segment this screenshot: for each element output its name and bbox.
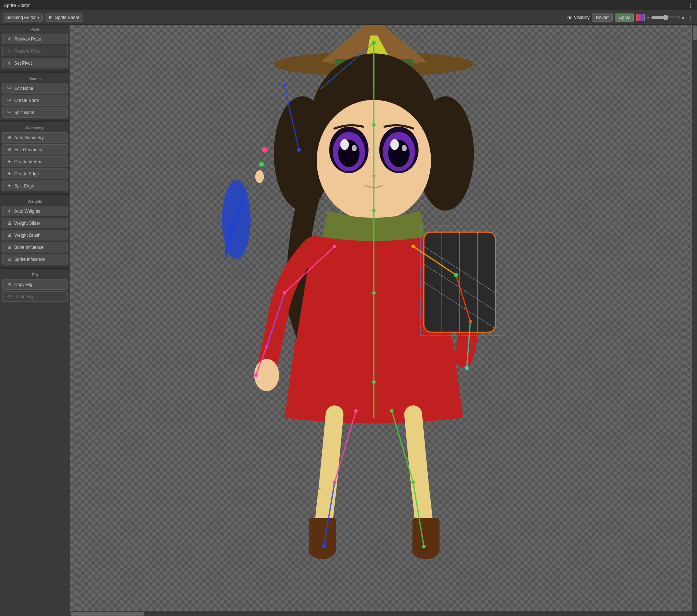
slider-max-icon: ● — [682, 15, 685, 20]
edit-bone-button[interactable]: ✂ Edit Bone — [2, 83, 68, 94]
window-title: Sprite Editor — [4, 3, 30, 8]
create-bone-button[interactable]: ✂ Create Bone — [2, 95, 68, 106]
svg-point-47 — [372, 380, 376, 384]
create-vertex-button[interactable]: ✦ Create Vertex — [2, 156, 68, 167]
svg-point-75 — [283, 84, 286, 87]
set-pivot-icon: ✳ — [6, 60, 12, 66]
create-vertex-label: Create Vertex — [14, 159, 41, 164]
auto-weights-label: Auto Weights — [14, 209, 40, 214]
create-edge-button[interactable]: ✦ Create Edge — [2, 168, 68, 179]
svg-point-44 — [372, 123, 376, 127]
edit-geometry-button[interactable]: ✳ Edit Geometry — [2, 144, 68, 155]
sidebar: Pose ✳ Preview Pose ✳ Restore Pose ✳ Set… — [0, 25, 70, 616]
revert-button[interactable]: Revert — [592, 14, 613, 22]
bone-influence-label: Bone Influence — [14, 245, 43, 250]
edit-geometry-label: Edit Geometry — [14, 147, 42, 152]
visibility-container: Visibility — [567, 15, 590, 20]
canvas-area[interactable] — [70, 25, 697, 616]
slider-container: ● ● — [647, 15, 685, 20]
skinning-editor-dropdown[interactable]: Skinning Editor — [3, 14, 43, 22]
more-icon[interactable]: ⋮ — [687, 15, 694, 20]
auto-geometry-button[interactable]: ✳ Auto Geometry — [2, 132, 68, 143]
restore-pose-label: Restore Pose — [14, 49, 41, 54]
eye-icon — [567, 15, 572, 20]
split-edge-button[interactable]: ✦ Split Edge — [2, 180, 68, 191]
opacity-slider[interactable] — [651, 15, 680, 20]
svg-point-71 — [422, 545, 426, 548]
set-pivot-button[interactable]: ✳ Set Pivot — [2, 58, 68, 68]
edit-geometry-icon: ✳ — [6, 147, 12, 152]
copy-rig-button[interactable]: ⊟ Copy Rig — [2, 279, 68, 290]
svg-point-53 — [265, 345, 268, 348]
sprite-sheet-icon — [49, 15, 54, 20]
paste-rig-button[interactable]: ⊟ Paste Rig — [2, 291, 68, 302]
svg-point-69 — [390, 409, 393, 412]
svg-rect-37 — [412, 518, 439, 554]
sprite-influence-icon: ⊟ — [6, 256, 12, 262]
scrollbar-thumb-vertical[interactable] — [693, 26, 697, 40]
svg-point-18 — [352, 145, 357, 152]
svg-rect-36 — [309, 518, 336, 554]
scrollbar-thumb-horizontal[interactable] — [71, 612, 144, 616]
sprite-influence-label: Sprite Influence — [14, 257, 45, 262]
separator-1 — [0, 71, 70, 73]
bone-influence-button[interactable]: ⊞ Bone Influence — [2, 242, 68, 252]
menu-icon[interactable]: ⋮ — [688, 2, 693, 9]
svg-point-23 — [402, 145, 407, 152]
svg-point-61 — [465, 366, 469, 370]
create-edge-icon: ✦ — [6, 171, 12, 176]
svg-point-65 — [333, 480, 336, 484]
svg-point-40 — [255, 170, 264, 183]
svg-point-60 — [469, 320, 472, 323]
weight-brush-icon: ⊞ — [6, 232, 12, 238]
create-bone-label: Create Bone — [14, 98, 39, 103]
edit-bone-icon: ✂ — [6, 85, 12, 91]
svg-point-76 — [297, 148, 301, 152]
create-bone-icon: ✂ — [6, 98, 12, 103]
weight-slider-button[interactable]: ⊞ Weight Slider — [2, 218, 68, 228]
svg-point-38 — [262, 147, 268, 153]
paste-rig-icon: ⊟ — [6, 294, 12, 299]
svg-point-46 — [372, 291, 376, 295]
sprite-canvas[interactable] — [70, 25, 692, 611]
separator-4 — [0, 267, 70, 269]
split-bone-icon: ✂ — [6, 110, 12, 115]
auto-geometry-icon: ✳ — [6, 135, 12, 140]
svg-point-24 — [254, 359, 279, 391]
set-pivot-label: Set Pivot — [14, 61, 32, 66]
sprite-sheet-label: Sprite Sheet — [55, 15, 79, 20]
scrollbar-bottom[interactable] — [70, 611, 692, 616]
sprite-sheet-button[interactable]: Sprite Sheet — [45, 14, 83, 22]
svg-point-17 — [340, 139, 349, 150]
chevron-down-icon — [37, 15, 39, 20]
svg-point-51 — [333, 245, 336, 248]
split-bone-button[interactable]: ✂ Split Bone — [2, 107, 68, 118]
auto-weights-icon: ✳ — [6, 208, 12, 214]
auto-weights-button[interactable]: ✳ Auto Weights — [2, 206, 68, 216]
split-edge-label: Split Edge — [14, 183, 34, 189]
main-area: Pose ✳ Preview Pose ✳ Restore Pose ✳ Set… — [0, 25, 697, 616]
section-bones: Bones — [0, 74, 70, 82]
apply-button[interactable]: Apply — [615, 14, 634, 22]
svg-point-58 — [411, 245, 415, 248]
svg-point-39 — [259, 162, 264, 167]
svg-point-66 — [322, 545, 326, 548]
restore-pose-icon: ✳ — [6, 48, 12, 54]
restore-pose-button[interactable]: ✳ Restore Pose — [2, 46, 68, 56]
scrollbar-corner — [692, 611, 697, 616]
sprite-influence-button[interactable]: ⊟ Sprite Influence — [2, 254, 68, 265]
weight-brush-button[interactable]: ⊞ Weight Brush — [2, 230, 68, 240]
svg-point-45 — [372, 209, 376, 213]
scrollbar-right[interactable] — [692, 25, 697, 611]
preview-pose-icon: ✳ — [6, 36, 12, 42]
copy-rig-label: Copy Rig — [14, 282, 32, 287]
weight-slider-icon: ⊞ — [6, 220, 12, 226]
preview-pose-button[interactable]: ✳ Preview Pose — [2, 34, 68, 44]
color-swatch[interactable] — [636, 14, 645, 21]
title-bar: Sprite Editor ⋮ — [0, 0, 697, 10]
weight-slider-label: Weight Slider — [14, 221, 40, 226]
split-edge-icon: ✦ — [6, 183, 12, 189]
svg-point-64 — [354, 409, 358, 412]
visibility-label: Visibility — [574, 15, 590, 20]
svg-point-54 — [254, 373, 258, 377]
